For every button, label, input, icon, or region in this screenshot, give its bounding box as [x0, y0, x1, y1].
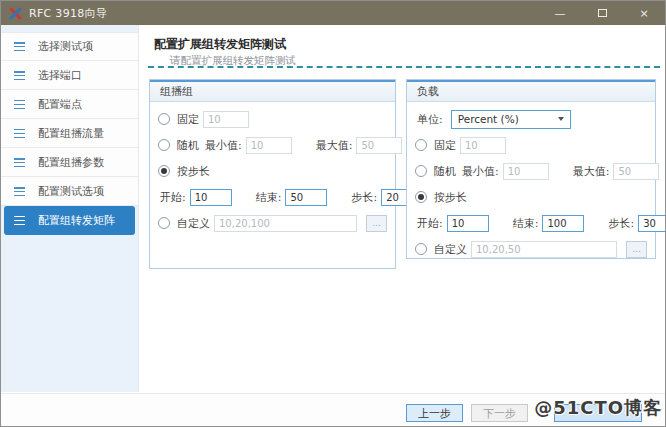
sidebar-item-config-multicast-params[interactable]: 配置组播参数 — [1, 148, 138, 177]
step-radio[interactable] — [415, 191, 427, 203]
end-value-input[interactable] — [285, 189, 327, 206]
fixed-value-input[interactable] — [203, 111, 249, 128]
browse-button[interactable]: ... — [366, 215, 387, 232]
list-icon — [14, 158, 25, 167]
sidebar-item-label: 配置测试选项 — [38, 184, 104, 199]
custom-row: 自定义 ... — [415, 236, 647, 262]
fixed-radio[interactable] — [158, 113, 170, 125]
step-range-row: 开始: 结束: 步长: — [415, 210, 647, 236]
app-logo-icon — [9, 7, 22, 20]
min-value-input[interactable] — [503, 163, 549, 180]
load-panel: 负载 单位: Percent (%) 固定 随机 最小值 — [406, 79, 656, 259]
sidebar-item-config-test-options[interactable]: 配置测试选项 — [1, 177, 138, 206]
start-label: 开始: — [417, 216, 443, 231]
step-range-row: 开始: 结束: 步长: — [158, 184, 387, 210]
sidebar-item-config-forward-matrix[interactable]: 配置组转发矩阵 — [4, 206, 135, 235]
dashed-separator — [148, 66, 660, 68]
custom-value-input[interactable] — [471, 241, 617, 258]
fixed-row: 固定 — [415, 132, 647, 158]
watermark: @51CTO博客 — [534, 396, 662, 420]
fixed-label: 固定 — [177, 112, 199, 127]
stride-label: 步长: — [351, 190, 377, 205]
unit-selected-value: Percent (%) — [458, 113, 519, 125]
wizard-footer: 上一步 下一步 @51CTO博客 — [1, 393, 665, 426]
custom-label: 自定义 — [434, 242, 467, 257]
sidebar-item-select-test[interactable]: 选择测试项 — [1, 32, 138, 61]
chevron-down-icon — [558, 117, 564, 121]
list-icon — [14, 71, 25, 80]
titlebar: RFC 3918向导 — × — [1, 1, 665, 25]
end-value-input[interactable] — [542, 215, 584, 232]
minimize-icon[interactable]: — — [539, 1, 581, 25]
sidebar-item-select-port[interactable]: 选择端口 — [1, 61, 138, 90]
unit-select[interactable]: Percent (%) — [451, 110, 571, 129]
max-label: 最大值: — [316, 138, 353, 153]
end-label: 结束: — [513, 216, 539, 231]
close-icon[interactable]: × — [623, 1, 665, 25]
list-icon — [14, 187, 25, 196]
step-label: 按步长 — [177, 164, 210, 179]
list-icon — [14, 216, 25, 225]
step-radio[interactable] — [158, 165, 170, 177]
step-label: 按步长 — [434, 190, 467, 205]
fixed-row: 固定 — [158, 106, 387, 132]
wizard-step-list: 选择测试项 选择端口 配置端点 配置组播流量 配置组播参数 配置测试选项 — [1, 32, 138, 235]
load-panel-body: 单位: Percent (%) 固定 随机 最小值: — [407, 102, 655, 262]
sidebar-item-label: 配置组转发矩阵 — [38, 213, 115, 228]
max-label: 最大值: — [573, 164, 610, 179]
wizard-window: RFC 3918向导 — × 选择测试项 选择端口 配置端点 配置组播流量 — [0, 0, 666, 427]
random-row: 随机 最小值: 最大值: — [158, 132, 387, 158]
custom-label: 自定义 — [177, 216, 210, 231]
sidebar-item-label: 配置端点 — [38, 97, 82, 112]
sidebar-item-label: 选择端口 — [38, 68, 82, 83]
random-row: 随机 最小值: 最大值: — [415, 158, 647, 184]
sidebar-item-config-multicast-traffic[interactable]: 配置组播流量 — [1, 119, 138, 148]
maximize-icon[interactable] — [581, 1, 623, 25]
custom-radio[interactable] — [158, 217, 170, 229]
list-icon — [14, 42, 25, 51]
page-title: 配置扩展组转发矩阵测试 — [154, 36, 286, 53]
max-value-input[interactable] — [613, 163, 659, 180]
fixed-value-input[interactable] — [460, 137, 506, 154]
min-label: 最小值: — [205, 138, 242, 153]
sidebar-item-label: 配置组播流量 — [38, 126, 104, 141]
window-title: RFC 3918向导 — [29, 6, 107, 21]
step-row: 按步长 — [415, 184, 647, 210]
stride-label: 步长: — [608, 216, 634, 231]
min-value-input[interactable] — [246, 137, 292, 154]
stride-value-input[interactable] — [638, 215, 666, 232]
start-label: 开始: — [160, 190, 186, 205]
wizard-step-sidebar: 选择测试项 选择端口 配置端点 配置组播流量 配置组播参数 配置测试选项 — [1, 25, 139, 392]
start-value-input[interactable] — [190, 189, 232, 206]
step-row: 按步长 — [158, 158, 387, 184]
multicast-group-panel: 组播组 固定 随机 最小值: 最大值: 按 — [149, 79, 396, 269]
unit-row: 单位: Percent (%) — [415, 106, 647, 132]
window-controls: — × — [539, 1, 665, 25]
sidebar-item-label: 配置组播参数 — [38, 155, 104, 170]
max-value-input[interactable] — [356, 137, 402, 154]
list-icon — [14, 100, 25, 109]
random-radio[interactable] — [158, 139, 170, 151]
custom-row: 自定义 ... — [158, 210, 387, 236]
fixed-label: 固定 — [434, 138, 456, 153]
next-step-button[interactable]: 下一步 — [471, 404, 528, 422]
fixed-radio[interactable] — [415, 139, 427, 151]
list-icon — [14, 129, 25, 138]
previous-step-button[interactable]: 上一步 — [406, 404, 463, 422]
custom-value-input[interactable] — [214, 215, 357, 232]
unit-label: 单位: — [417, 112, 443, 127]
sidebar-item-label: 选择测试项 — [38, 39, 93, 54]
custom-radio[interactable] — [415, 243, 427, 255]
random-label: 随机 — [177, 138, 199, 153]
end-label: 结束: — [256, 190, 282, 205]
random-label: 随机 — [434, 164, 456, 179]
wizard-page-content: 配置扩展组转发矩阵测试 请配置扩展组转发矩阵测试 组播组 固定 随机 最小值: … — [140, 25, 665, 392]
load-panel-title: 负载 — [407, 80, 655, 102]
multicast-panel-body: 固定 随机 最小值: 最大值: 按步长 开始: — [150, 102, 395, 236]
start-value-input[interactable] — [447, 215, 489, 232]
min-label: 最小值: — [462, 164, 499, 179]
browse-button[interactable]: ... — [626, 241, 647, 258]
multicast-panel-title: 组播组 — [150, 80, 395, 102]
sidebar-item-config-endpoint[interactable]: 配置端点 — [1, 90, 138, 119]
random-radio[interactable] — [415, 165, 427, 177]
